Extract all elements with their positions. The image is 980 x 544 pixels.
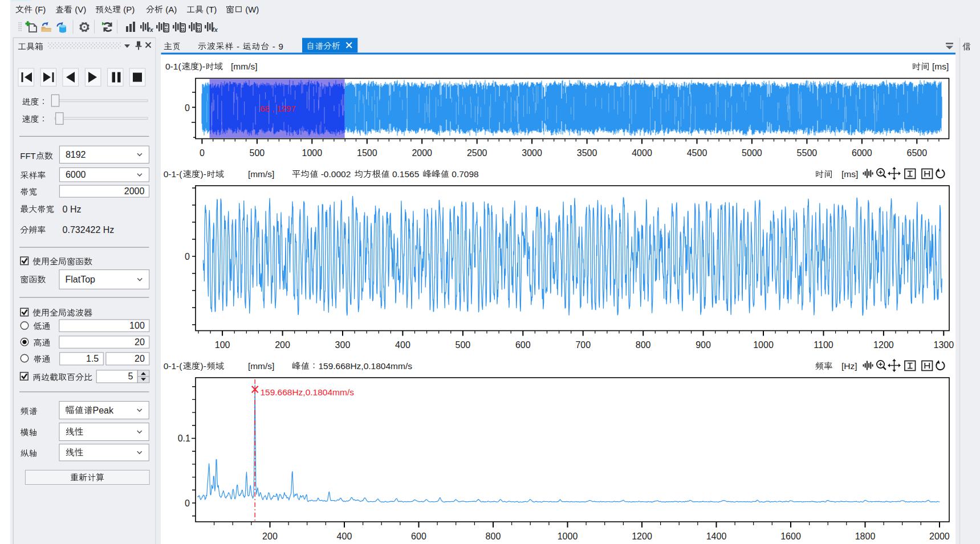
svg-text:400: 400: [395, 340, 410, 350]
svg-text:20: 20: [135, 337, 145, 347]
svg-text:(T): (T): [204, 5, 217, 14]
svg-text:1800: 1800: [855, 531, 876, 541]
svg-text:fx: fx: [148, 26, 154, 33]
svg-text:6000: 6000: [66, 170, 86, 179]
svg-text:0: 0: [200, 148, 205, 158]
svg-text:(P): (P): [121, 5, 135, 14]
svg-text:-0.0002: -0.0002: [318, 169, 353, 179]
svg-text:0.732422 Hz: 0.732422 Hz: [63, 225, 115, 235]
svg-text:5000: 5000: [742, 148, 762, 158]
svg-text:(F): (F): [32, 5, 46, 14]
svg-text:100: 100: [215, 340, 230, 350]
svg-text:Peak: Peak: [93, 406, 114, 415]
svg-text:fx: fx: [212, 26, 218, 33]
svg-text:- 9: - 9: [270, 42, 284, 51]
svg-text:[ms]: [ms]: [841, 169, 858, 179]
svg-text:500: 500: [250, 148, 265, 158]
svg-text:2000: 2000: [929, 531, 950, 541]
svg-text:1000: 1000: [558, 531, 578, 541]
svg-text:4000: 4000: [632, 148, 652, 158]
svg-text:68 , 1297: 68 , 1297: [260, 104, 296, 113]
svg-text:0 Hz: 0 Hz: [63, 204, 82, 214]
svg-text:0-1-(: 0-1-(: [164, 361, 183, 371]
svg-text:[ms]: [ms]: [932, 62, 949, 71]
svg-text:500: 500: [456, 340, 471, 350]
svg-text:)-: )-: [201, 169, 206, 179]
svg-text:[mm/s]: [mm/s]: [248, 361, 275, 371]
svg-text:1400: 1400: [706, 531, 727, 541]
svg-text:0-1-(: 0-1-(: [164, 169, 183, 179]
svg-text:800: 800: [636, 340, 651, 350]
svg-text:6000: 6000: [852, 148, 872, 158]
svg-text:20: 20: [135, 354, 145, 363]
svg-text:8192: 8192: [66, 150, 86, 159]
svg-text:0.1565: 0.1565: [390, 169, 422, 179]
svg-text:600: 600: [515, 340, 531, 350]
svg-text:300: 300: [335, 340, 351, 350]
svg-text:2000: 2000: [124, 186, 145, 196]
svg-text:(W): (W): [243, 5, 259, 14]
svg-text:FFT: FFT: [20, 151, 36, 161]
svg-text:1000: 1000: [302, 148, 323, 158]
svg-text:0: 0: [185, 498, 190, 508]
svg-text:0.7098: 0.7098: [449, 169, 479, 179]
svg-text:800: 800: [486, 531, 501, 541]
svg-text:FlatTop: FlatTop: [66, 275, 96, 284]
svg-text:1300: 1300: [934, 340, 954, 350]
svg-text:[mm/s]: [mm/s]: [248, 169, 275, 179]
svg-text:5: 5: [128, 371, 133, 381]
svg-text:)-: )-: [201, 361, 206, 371]
svg-text:100: 100: [129, 321, 145, 330]
svg-text:1000: 1000: [753, 340, 774, 350]
svg-text:1200: 1200: [632, 531, 652, 541]
svg-text:200: 200: [275, 340, 290, 350]
svg-text:1.5: 1.5: [86, 354, 99, 363]
svg-text:[mm/s]: [mm/s]: [231, 62, 258, 71]
svg-text:3500: 3500: [577, 148, 597, 158]
svg-text:4500: 4500: [687, 148, 707, 158]
svg-text:700: 700: [575, 340, 591, 350]
svg-text:[Hz]: [Hz]: [841, 361, 857, 371]
svg-text:200: 200: [262, 531, 278, 541]
svg-text:0-1(: 0-1(: [165, 62, 181, 71]
svg-text:0.1: 0.1: [178, 433, 190, 443]
svg-text:1600: 1600: [780, 531, 801, 541]
svg-text:600: 600: [411, 531, 426, 541]
svg-text:1200: 1200: [873, 340, 894, 350]
svg-text:1500: 1500: [357, 148, 377, 158]
svg-text:900: 900: [696, 340, 711, 350]
svg-text:0: 0: [185, 103, 190, 113]
svg-text:(V): (V): [72, 5, 86, 14]
svg-text:6500: 6500: [907, 148, 928, 158]
svg-text:3000: 3000: [522, 148, 542, 158]
svg-text:159.668Hz,0.1804mm/s: 159.668Hz,0.1804mm/s: [260, 387, 354, 397]
svg-text:)-: )-: [200, 62, 205, 71]
svg-text:0: 0: [185, 252, 190, 261]
svg-text:(A): (A): [163, 5, 177, 14]
svg-text:-: -: [234, 42, 243, 51]
svg-text:159.668Hz,0.1804mm/s: 159.668Hz,0.1804mm/s: [318, 361, 412, 371]
svg-text:1100: 1100: [814, 340, 833, 350]
svg-text:2000: 2000: [412, 148, 432, 158]
svg-text:5500: 5500: [797, 148, 818, 158]
svg-text:400: 400: [337, 531, 352, 541]
svg-text:2500: 2500: [467, 148, 487, 158]
